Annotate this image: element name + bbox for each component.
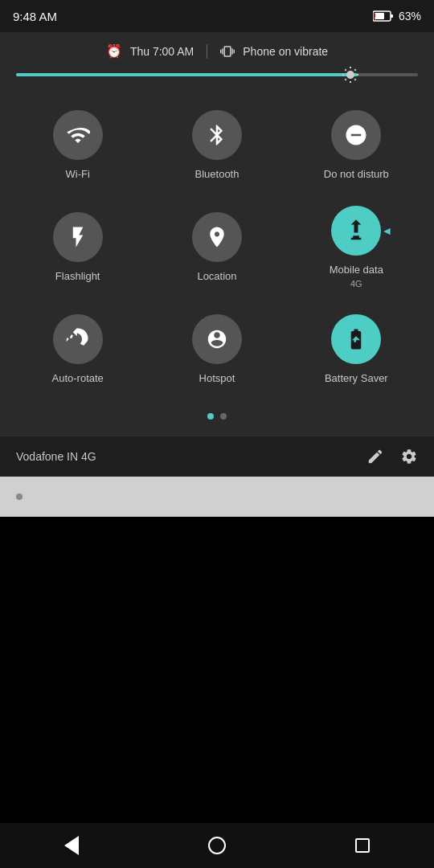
tile-bluetooth[interactable]: Bluetooth [147, 97, 286, 193]
tile-dnd[interactable]: Do not disturb [287, 97, 426, 193]
mobile-data-label: Mobile data [330, 264, 383, 276]
footer-icons [366, 448, 418, 465]
location-label: Location [197, 270, 236, 282]
battery-percent: 63% [399, 10, 421, 23]
info-row: ⏰ Thu 7:00 AM Phone on vibrate [0, 32, 434, 70]
tile-wifi[interactable]: Wi-Fi [8, 97, 147, 193]
home-icon [208, 837, 226, 854]
mobile-data-sublabel: 4G [350, 279, 362, 289]
mobile-data-circle [331, 206, 381, 256]
back-button[interactable] [48, 829, 95, 862]
flashlight-circle [53, 212, 103, 262]
status-right: ! 63% [373, 10, 421, 23]
home-button[interactable] [192, 830, 242, 861]
notification-area[interactable] [0, 477, 434, 517]
divider [207, 44, 207, 59]
page-dot-1 [207, 413, 214, 420]
tile-mobile-data[interactable]: ◄ Mobile data 4G [287, 193, 426, 301]
tiles-grid: Wi-Fi Bluetooth Do not disturb [0, 89, 434, 405]
edit-button[interactable] [366, 448, 384, 465]
settings-button[interactable] [400, 448, 418, 465]
bluetooth-circle [192, 110, 242, 160]
status-time: 9:48 AM [13, 10, 57, 23]
battery-saver-label: Battery Saver [325, 372, 388, 384]
tile-battery-saver[interactable]: Battery Saver [287, 301, 426, 397]
brightness-row[interactable] [0, 70, 434, 89]
battery-saver-circle [331, 314, 381, 364]
recents-button[interactable] [339, 832, 386, 859]
flashlight-label: Flashlight [55, 270, 100, 282]
brightness-track [16, 73, 358, 76]
alarm-time: Thu 7:00 AM [130, 45, 194, 58]
brightness-sun-icon [341, 65, 360, 84]
auto-rotate-label: Auto-rotate [52, 372, 104, 384]
hotspot-circle [192, 314, 242, 364]
tile-auto-rotate[interactable]: Auto-rotate [8, 301, 147, 397]
vibrate-icon [220, 44, 235, 59]
wifi-circle [53, 110, 103, 160]
svg-text:!: ! [374, 13, 376, 22]
page-dots [0, 405, 434, 436]
alarm-icon: ⏰ [106, 43, 122, 59]
vibrate-label: Phone on vibrate [243, 45, 328, 58]
tile-hotspot[interactable]: Hotspot [147, 301, 286, 397]
status-bar: 9:48 AM ! 63% [0, 0, 434, 32]
wifi-label: Wi-Fi [66, 168, 90, 180]
back-icon [64, 836, 79, 855]
mobile-data-side-icon: ◄ [381, 224, 392, 237]
recents-icon [355, 838, 370, 853]
bottom-nav [0, 823, 434, 868]
notification-dot [16, 493, 23, 500]
brightness-thumb [339, 63, 362, 86]
tile-location[interactable]: Location [147, 193, 286, 301]
dnd-circle [331, 110, 381, 160]
battery-icon: ! [373, 10, 394, 23]
battery-indicator: ! [373, 10, 394, 23]
location-circle [192, 212, 242, 262]
page-dot-2 [220, 413, 227, 420]
hotspot-label: Hotspot [199, 372, 235, 384]
auto-rotate-circle [53, 314, 103, 364]
bluetooth-label: Bluetooth [195, 168, 240, 180]
svg-rect-1 [391, 14, 393, 18]
footer: Vodafone IN 4G [0, 436, 434, 477]
tile-flashlight[interactable]: Flashlight [8, 193, 147, 301]
brightness-slider[interactable] [16, 73, 418, 76]
network-label: Vodafone IN 4G [16, 450, 96, 463]
dnd-label: Do not disturb [324, 168, 389, 180]
quick-panel: ⏰ Thu 7:00 AM Phone on vibrate [0, 32, 434, 436]
